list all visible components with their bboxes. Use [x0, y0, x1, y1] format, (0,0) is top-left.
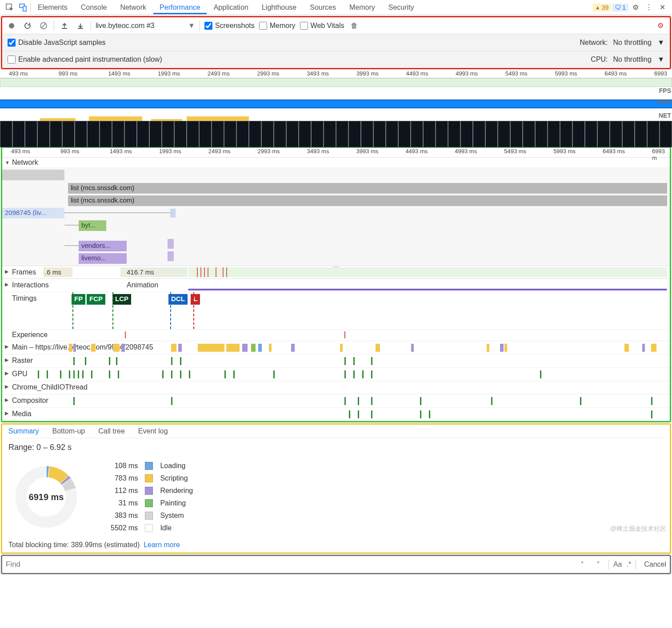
media-label: Media [12, 410, 32, 418]
advanced-paint-checkbox[interactable]: Enable advanced paint instrumentation (s… [8, 56, 162, 64]
close-icon[interactable]: ✕ [656, 1, 668, 14]
experience-track[interactable]: Experience [2, 330, 670, 341]
overview-timeline[interactable]: 493 ms993 ms1493 ms1993 ms2493 ms2993 ms… [0, 70, 672, 146]
timing-l[interactable]: L [191, 294, 200, 305]
kebab-icon[interactable]: ⋮ [643, 1, 655, 14]
experience-label: Experience [12, 331, 48, 339]
interactions-track[interactable]: ▶ Interactions Animation [2, 279, 670, 292]
find-next-icon[interactable]: ˅ [592, 559, 604, 570]
raster-track[interactable]: ▶ Raster [2, 354, 670, 368]
total-blocking-time: Total blocking time: 389.99ms (estimated… [7, 541, 665, 552]
perf-toolbar: live.byteoc.com #3 ▼ Screenshots Memory … [2, 17, 670, 34]
frames-track[interactable]: ▶ Frames .6 ms 416.7 ms [2, 266, 670, 279]
network-label: Network: [580, 39, 608, 47]
cpu-lane [0, 87, 672, 99]
tab-memory[interactable]: Memory [343, 1, 381, 14]
svg-line-5 [41, 24, 46, 28]
chevron-down-icon[interactable]: ▼ [188, 22, 195, 30]
reload-icon[interactable] [22, 20, 33, 32]
tab-network[interactable]: Network [114, 1, 152, 14]
capture-settings-gear-icon[interactable]: ⚙ [655, 20, 666, 32]
network-throttle-select[interactable]: No throttling ▼ [613, 39, 664, 47]
warnings-badge[interactable]: ▲39 [592, 4, 611, 12]
message-count: 1 [622, 4, 626, 11]
net-request-list1[interactable]: list (mcs.snssdk.com) [68, 183, 667, 194]
memory-checkbox[interactable]: Memory [259, 22, 296, 30]
learn-more-link[interactable]: Learn more [144, 541, 180, 549]
timing-fp[interactable]: FP [72, 294, 85, 305]
trash-icon[interactable]: 🗑 [348, 20, 360, 32]
interactions-label: Interactions [12, 281, 49, 289]
tab-sources[interactable]: Sources [304, 1, 342, 14]
gear-icon[interactable]: ⚙ [629, 1, 642, 14]
timing-lcp[interactable]: LCP [112, 294, 131, 305]
find-bar-box: ˄ ˅ Aa .* Cancel [1, 555, 671, 574]
record-icon[interactable] [6, 20, 17, 32]
gpu-label: GPU [12, 370, 28, 378]
dtab-calltree[interactable]: Call tree [98, 427, 125, 435]
legend-label: Rendering [160, 487, 193, 495]
legend-ms: 112 ms [111, 487, 138, 495]
tab-lighthouse[interactable]: Lighthouse [256, 1, 303, 14]
cpu-throttle-select[interactable]: No throttling ▼ [613, 56, 664, 64]
screenshots-checkbox[interactable]: Screenshots [204, 22, 255, 30]
cpu-label-ov: CPU [658, 99, 671, 106]
settings-row-2: Enable advanced paint instrumentation (s… [2, 51, 670, 68]
tab-console[interactable]: Console [75, 1, 113, 14]
net-request-byt[interactable]: byt... [79, 220, 106, 231]
timing-fcp[interactable]: FCP [87, 294, 105, 305]
net-request-mainjs[interactable]: 2098745 (liv... [2, 208, 64, 219]
screenshot-filmstrip[interactable] [0, 121, 672, 147]
tab-application[interactable]: Application [208, 1, 255, 14]
tab-performance[interactable]: Performance [153, 1, 207, 14]
download-icon[interactable] [75, 20, 86, 32]
legend-label: Loading [160, 462, 193, 470]
childio-label: Chrome_ChildIOThread [12, 383, 88, 391]
webvitals-checkbox[interactable]: Web Vitals [300, 22, 344, 30]
fps-label: FPS [659, 87, 671, 94]
profile-select[interactable]: live.byteoc.com #3 [96, 22, 184, 30]
dtab-eventlog[interactable]: Event log [138, 427, 168, 435]
messages-badge[interactable]: 🗨1 [612, 4, 628, 12]
dtab-bottomup[interactable]: Bottom-up [52, 427, 85, 435]
network-track-header[interactable]: ▼Network [2, 158, 670, 168]
legend-swatch [145, 512, 153, 520]
compositor-track[interactable]: ▶ Compositor [2, 394, 670, 408]
donut-total: 6919 ms [8, 459, 84, 535]
tab-elements[interactable]: Elements [32, 1, 74, 14]
legend-swatch [145, 499, 153, 507]
net-request-list2[interactable]: list (mcs.snssdk.com) [68, 195, 667, 206]
match-case-toggle[interactable]: Aa [613, 559, 622, 570]
regex-toggle[interactable]: .* [627, 559, 632, 570]
main-track[interactable]: ▶ Main – https://live.byteoc.com/9944/20… [2, 341, 670, 354]
legend-ms: 5502 ms [111, 524, 138, 532]
frame-duration-b: 416.7 ms [127, 268, 154, 276]
tab-security[interactable]: Security [382, 1, 420, 14]
net-request-livemo[interactable]: livemo... [79, 253, 127, 264]
find-prev-icon[interactable]: ˄ [576, 559, 588, 570]
clear-icon[interactable] [38, 20, 49, 32]
svg-rect-2 [23, 6, 26, 11]
childio-track[interactable]: ▶ Chrome_ChildIOThread [2, 381, 670, 394]
inspect-icon[interactable] [4, 1, 16, 14]
details-tabs: Summary Bottom-up Call tree Event log [7, 425, 665, 438]
timings-track[interactable]: Timings FP FCP LCP DCL L [2, 292, 670, 330]
timing-dcl[interactable]: DCL [168, 294, 188, 305]
dtab-summary[interactable]: Summary [8, 427, 39, 435]
network-track[interactable]: list (mcs.snssdk.com) list (mcs.snssdk.c… [2, 168, 670, 266]
find-cancel[interactable]: Cancel [644, 560, 666, 568]
legend-swatch [145, 487, 153, 495]
net-request-vendors[interactable]: vendors... [79, 241, 127, 251]
legend-label: Scripting [160, 474, 193, 482]
find-input[interactable] [6, 556, 572, 573]
summary-legend: 108 msLoading783 msScripting112 msRender… [111, 462, 193, 532]
gpu-track[interactable]: ▶ GPU [2, 368, 670, 381]
disable-js-checkbox[interactable]: Disable JavaScript samples [8, 39, 106, 47]
device-toggle-icon[interactable] [17, 1, 29, 14]
legend-ms: 31 ms [111, 499, 138, 507]
media-track[interactable]: ▶ Media [2, 408, 670, 421]
legend-ms: 108 ms [111, 462, 138, 470]
watermark: @稀土掘金技术社区 [610, 525, 666, 533]
timings-label: Timings [12, 294, 36, 302]
upload-icon[interactable] [59, 20, 70, 32]
